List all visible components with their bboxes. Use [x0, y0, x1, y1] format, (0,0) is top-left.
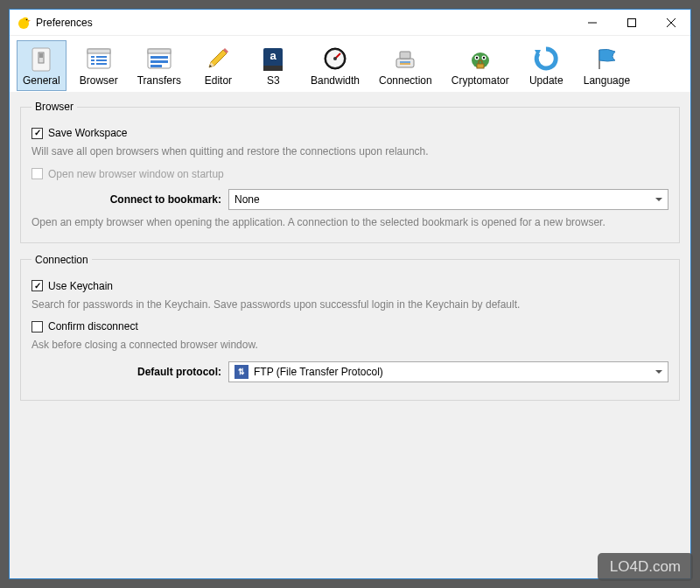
- tab-connection[interactable]: Connection: [373, 40, 438, 91]
- connect-bookmark-select[interactable]: None: [228, 189, 668, 210]
- chevron-down-icon: [655, 198, 662, 201]
- minimize-button[interactable]: [572, 10, 612, 35]
- cryptomator-icon: [466, 45, 494, 73]
- maximize-button[interactable]: [612, 10, 651, 35]
- close-button[interactable]: [651, 10, 690, 35]
- connect-bookmark-label: Connect to bookmark:: [32, 193, 228, 206]
- general-icon: [27, 45, 55, 73]
- content-area: Browser Save Workspace Will save all ope…: [10, 92, 690, 578]
- tab-label: Bandwidth: [311, 74, 360, 87]
- svg-rect-15: [96, 60, 107, 61]
- svg-point-28: [333, 57, 337, 60]
- svg-rect-9: [39, 53, 43, 58]
- tab-label: Connection: [379, 74, 432, 87]
- connection-section: Connection Use Keychain Search for passw…: [20, 254, 680, 402]
- svg-rect-20: [150, 56, 168, 59]
- connect-bookmark-row: Connect to bookmark: None: [32, 189, 668, 210]
- browser-legend: Browser: [32, 101, 77, 113]
- svg-rect-12: [91, 56, 94, 58]
- use-keychain-desc: Search for passwords in the Keychain. Sa…: [32, 298, 668, 312]
- confirm-disconnect-desc: Ask before closing a connected browser w…: [32, 338, 668, 353]
- update-icon: [532, 45, 560, 73]
- svg-rect-14: [91, 60, 94, 61]
- use-keychain-checkbox[interactable]: [32, 280, 43, 291]
- save-workspace-checkbox[interactable]: [32, 128, 43, 139]
- svg-rect-4: [627, 18, 635, 26]
- s3-icon: a: [259, 45, 287, 73]
- default-protocol-row: Default protocol: ⇅ FTP (File Transfer P…: [32, 361, 668, 382]
- open-new-row: Open new browser window on startup: [32, 168, 668, 180]
- transfers-icon: [145, 45, 173, 73]
- confirm-disconnect-label[interactable]: Confirm disconnect: [48, 320, 138, 332]
- connection-legend: Connection: [32, 254, 92, 266]
- connect-bookmark-desc: Open an empty browser when opening the a…: [32, 215, 668, 230]
- connection-icon: [391, 45, 419, 73]
- svg-point-2: [26, 18, 28, 20]
- tab-label: Browser: [80, 74, 118, 87]
- chevron-down-icon: [655, 370, 662, 374]
- tab-general[interactable]: General: [17, 40, 66, 91]
- svg-rect-30: [400, 52, 410, 59]
- bandwidth-icon: [321, 45, 349, 73]
- confirm-disconnect-checkbox[interactable]: [32, 321, 43, 332]
- default-protocol-select[interactable]: ⇅ FTP (File Transfer Protocol): [228, 361, 668, 382]
- ftp-icon: ⇅: [234, 365, 248, 379]
- watermark: LO4D.com: [598, 553, 693, 581]
- svg-rect-17: [96, 63, 107, 65]
- tab-transfers[interactable]: Transfers: [131, 40, 187, 91]
- tab-bandwidth[interactable]: Bandwidth: [304, 40, 366, 91]
- save-workspace-row: Save Workspace: [32, 127, 668, 139]
- editor-icon: [204, 45, 232, 73]
- tab-label: Language: [584, 74, 630, 87]
- tab-label: General: [23, 74, 60, 87]
- svg-point-37: [483, 57, 485, 59]
- tab-label: Editor: [205, 74, 232, 87]
- use-keychain-row: Use Keychain: [32, 280, 668, 292]
- svg-rect-24: [263, 66, 283, 71]
- preferences-window: Preferences General Browser Transfers: [9, 9, 691, 579]
- tab-s3[interactable]: a S3: [249, 40, 298, 91]
- svg-point-36: [476, 57, 478, 59]
- svg-rect-29: [396, 59, 414, 67]
- tab-language[interactable]: Language: [578, 40, 636, 91]
- tab-label: Update: [529, 74, 564, 87]
- default-protocol-value: FTP (File Transfer Protocol): [254, 366, 383, 378]
- svg-rect-13: [96, 56, 107, 58]
- open-new-checkbox: [32, 168, 43, 179]
- browser-section: Browser Save Workspace Will save all ope…: [20, 101, 680, 243]
- svg-rect-38: [477, 64, 484, 68]
- svg-rect-11: [88, 49, 110, 53]
- tab-update[interactable]: Update: [522, 40, 570, 91]
- svg-text:a: a: [270, 49, 277, 62]
- open-new-label: Open new browser window on startup: [48, 168, 224, 180]
- tab-label: S3: [267, 74, 280, 87]
- save-workspace-label[interactable]: Save Workspace: [48, 127, 128, 139]
- titlebar: Preferences: [10, 10, 690, 36]
- svg-rect-19: [148, 49, 171, 53]
- save-workspace-desc: Will save all open browsers when quittin…: [32, 144, 668, 159]
- connect-bookmark-value: None: [234, 193, 655, 206]
- svg-rect-21: [150, 60, 168, 63]
- toolbar: General Browser Transfers Editor a S3: [10, 36, 690, 92]
- svg-rect-22: [150, 65, 162, 67]
- confirm-disconnect-row: Confirm disconnect: [32, 320, 668, 332]
- language-icon: [592, 45, 620, 73]
- window-title: Preferences: [36, 17, 572, 29]
- tab-browser[interactable]: Browser: [74, 40, 124, 91]
- tab-label: Transfers: [137, 74, 181, 87]
- tab-cryptomator[interactable]: Cryptomator: [445, 40, 515, 91]
- use-keychain-label[interactable]: Use Keychain: [48, 280, 113, 292]
- svg-point-1: [23, 17, 29, 23]
- app-icon: [17, 16, 31, 30]
- svg-rect-16: [91, 63, 94, 65]
- tab-editor[interactable]: Editor: [194, 40, 242, 91]
- tab-label: Cryptomator: [452, 74, 509, 87]
- browser-icon: [85, 45, 113, 73]
- default-protocol-label: Default protocol:: [32, 366, 228, 378]
